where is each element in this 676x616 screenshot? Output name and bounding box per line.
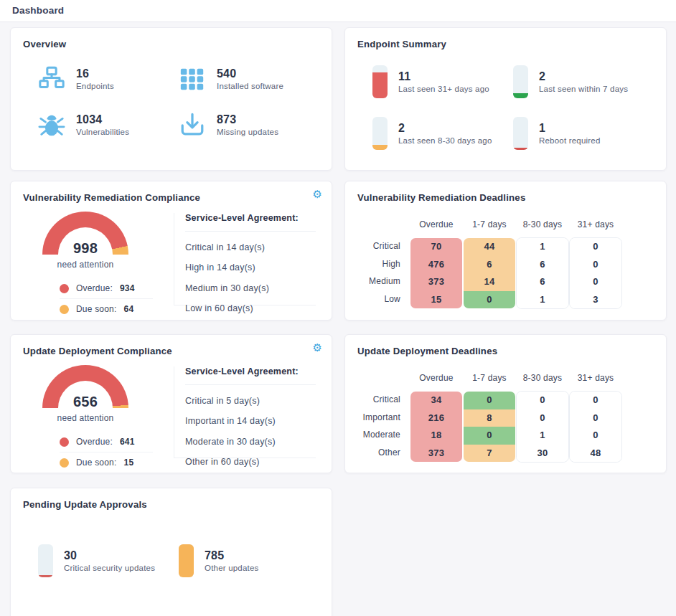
sla-item: Moderate in 30 day(s) xyxy=(185,437,316,447)
table-cell: 48 xyxy=(570,445,621,463)
legend-item: Due soon: 64 xyxy=(60,299,153,319)
update-deployment-deadlines-card: Update Deployment Deadlines CriticalImpo… xyxy=(344,334,667,473)
stat-item: 2Last seen 8-30 days ago xyxy=(372,117,513,150)
legend-value: 934 xyxy=(120,283,135,293)
table-cell: 6 xyxy=(517,256,568,274)
legend-item: Overdue: 934 xyxy=(60,278,153,299)
mini-bar xyxy=(179,544,194,577)
sla-item: Critical in 5 day(s) xyxy=(185,396,316,406)
stat-value: 540 xyxy=(217,67,283,80)
table-column-cells: 7047637315 xyxy=(410,237,463,309)
mini-bar-fill xyxy=(513,93,528,98)
table-column-header: Overdue xyxy=(410,371,463,391)
stat-item: 16Endpoints xyxy=(38,65,179,93)
table-cell: 3 xyxy=(570,291,621,309)
installed-software-icon xyxy=(179,65,206,93)
stat-label: Other updates xyxy=(205,564,258,572)
table-cell: 476 xyxy=(410,256,462,274)
legend-dot xyxy=(60,284,69,293)
table-column-cells: 446140 xyxy=(463,237,516,309)
legend-label: Overdue: xyxy=(76,283,113,293)
card-title: Update Deployment Deadlines xyxy=(357,346,497,356)
update-deployment-compliance-card: Update Deployment Compliance ⚙ 656need a… xyxy=(10,334,332,473)
table-cell: 44 xyxy=(464,238,515,256)
table-cell: 0 xyxy=(570,256,621,274)
gauge-caption: need attention xyxy=(41,413,130,423)
stat-value: 2 xyxy=(539,70,628,83)
stat-label: Vulnerabilities xyxy=(76,128,129,136)
card-title: Overview xyxy=(23,39,66,49)
stat-label: Last seen 31+ days ago xyxy=(398,85,489,93)
stat-value: 11 xyxy=(398,70,489,83)
table-row-labels: CriticalImportantModerateOther xyxy=(345,371,410,463)
table-column-cells: 1661 xyxy=(516,237,569,309)
legend-value: 641 xyxy=(120,437,135,447)
table-row-label: Critical xyxy=(345,237,410,255)
table-column: Overdue7047637315 xyxy=(410,217,463,309)
gauge-legend: Overdue: 641Due soon: 15 xyxy=(60,432,153,473)
stat-item: 1Reboot required xyxy=(513,117,654,150)
stat-item: 1034Vulnerabilities xyxy=(38,111,179,138)
vulnerability-remediation-compliance-card: Vulnerability Remediation Compliance ⚙ 9… xyxy=(10,181,332,321)
table-cell: 1 xyxy=(517,291,568,309)
sla-section: Service-Level Agreement:Critical in 14 d… xyxy=(174,213,316,305)
legend-value: 15 xyxy=(124,458,134,468)
card-title: Endpoint Summary xyxy=(357,39,446,49)
table-column: 31+ days00048 xyxy=(569,371,622,463)
table-row-label: Other xyxy=(345,444,410,462)
table-cell: 0 xyxy=(517,392,568,409)
table-row-label: Low xyxy=(345,290,410,308)
table-cell: 0 xyxy=(464,392,515,409)
mini-bar-fill xyxy=(513,148,528,150)
gear-icon[interactable]: ⚙ xyxy=(313,342,322,353)
table-cell: 373 xyxy=(410,445,462,463)
mini-bar-fill xyxy=(38,575,53,577)
stat-value: 16 xyxy=(76,67,114,80)
table-column-header: 31+ days xyxy=(569,371,622,391)
mini-bar xyxy=(38,544,53,577)
table-row-label: Critical xyxy=(345,391,410,409)
legend-dot xyxy=(60,305,69,314)
mini-bar-fill xyxy=(179,544,194,577)
legend-label: Due soon: xyxy=(76,304,117,314)
legend-dot xyxy=(60,437,69,447)
deadlines-table: CriticalImportantModerateOtherOverdue342… xyxy=(345,371,622,463)
stat-item: 30Critical security updates xyxy=(38,544,179,577)
legend-label: Overdue: xyxy=(76,437,113,447)
compliance-gauge-area: 656need attentionOverdue: 641Due soon: 1… xyxy=(41,365,156,473)
table-cell: 0 xyxy=(570,392,621,409)
sla-heading: Service-Level Agreement: xyxy=(185,366,316,385)
missing-updates-icon xyxy=(179,111,206,138)
table-column-cells: 3421618373 xyxy=(410,391,463,463)
sla-item: Other in 60 day(s) xyxy=(185,457,316,467)
table-cell: 0 xyxy=(517,409,568,427)
table-cell: 18 xyxy=(410,427,462,445)
compliance-gauge-area: 998need attentionOverdue: 934Due soon: 6… xyxy=(41,212,156,319)
table-cell: 373 xyxy=(410,273,462,291)
stat-label: Installed software xyxy=(217,82,283,90)
stat-value: 1 xyxy=(539,122,600,135)
legend-label: Due soon: xyxy=(76,458,117,468)
table-cell: 34 xyxy=(410,392,462,409)
table-row-label: Moderate xyxy=(345,426,410,444)
sla-item: Critical in 14 day(s) xyxy=(185,242,316,252)
table-cell: 8 xyxy=(464,409,515,427)
sla-item: Low in 60 day(s) xyxy=(185,303,316,313)
table-cell: 6 xyxy=(517,273,568,291)
table-cell: 0 xyxy=(570,238,621,256)
mini-bar xyxy=(513,117,528,150)
stat-item: 873Missing updates xyxy=(179,111,319,138)
legend-value: 64 xyxy=(124,304,134,314)
stat-label: Critical security updates xyxy=(64,564,155,572)
card-title: Vulnerability Remediation Compliance xyxy=(23,192,200,203)
card-title: Update Deployment Compliance xyxy=(23,346,172,356)
table-row-label: High xyxy=(345,255,410,273)
legend-dot xyxy=(60,458,69,468)
table-cell: 0 xyxy=(570,427,621,445)
sla-section: Service-Level Agreement:Critical in 5 da… xyxy=(174,366,316,458)
sla-item: Important in 14 day(s) xyxy=(185,416,316,426)
table-column-header: 31+ days xyxy=(569,217,622,237)
stat-label: Endpoints xyxy=(76,82,114,90)
gear-icon[interactable]: ⚙ xyxy=(313,189,322,199)
table-cell: 0 xyxy=(464,291,515,309)
